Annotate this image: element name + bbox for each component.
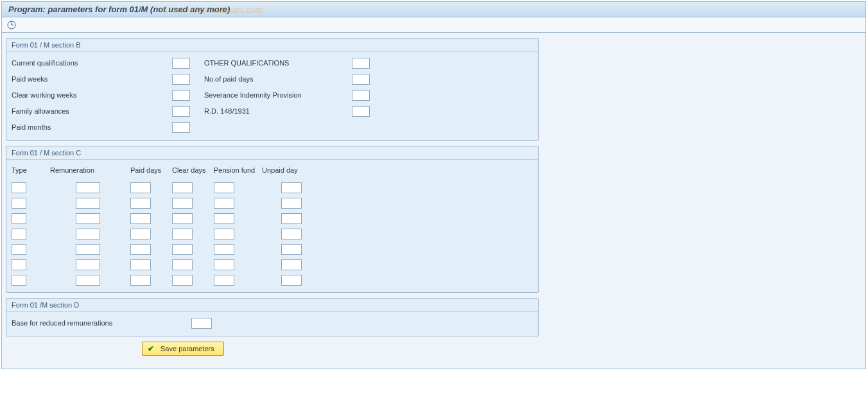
input-c-unpaid-day[interactable]	[281, 259, 302, 270]
input-c-paid-days[interactable]	[130, 182, 151, 193]
header-clear-days: Clear days	[172, 166, 214, 174]
label-paid-months: Paid months	[12, 123, 172, 131]
input-c-clear-days[interactable]	[172, 213, 193, 224]
input-c-type[interactable]	[12, 213, 26, 224]
input-c-clear-days[interactable]	[172, 229, 193, 239]
app-window: Program: parameters for form 01/M (not u…	[1, 1, 866, 369]
save-parameters-button[interactable]: ✔ Save parameters	[142, 342, 224, 356]
section-c-row	[12, 227, 533, 241]
input-c-remuneration[interactable]	[76, 198, 100, 209]
group-body-section-c: Type Remuneration Paid days Clear days P…	[6, 160, 538, 292]
group-section-c: Form 01 / M section C Type Remuneration …	[6, 146, 539, 293]
input-c-remuneration[interactable]	[76, 229, 100, 239]
group-section-b: Form 01 / M section B Current qualificat…	[6, 38, 539, 141]
input-severance-indemnity[interactable]	[352, 90, 370, 101]
label-other-qualifications: OTHER QUALIFICATIONS	[204, 59, 352, 67]
input-c-unpaid-day[interactable]	[281, 198, 302, 209]
input-c-clear-days[interactable]	[172, 182, 193, 193]
input-c-pension-fund[interactable]	[214, 213, 234, 224]
group-title-section-b: Form 01 / M section B	[6, 39, 538, 52]
input-c-paid-days[interactable]	[130, 213, 151, 224]
input-c-unpaid-day[interactable]	[281, 182, 302, 193]
section-b-row: Clear working weeks Severance Indemnity …	[12, 88, 533, 102]
input-c-clear-days[interactable]	[172, 275, 193, 286]
input-paid-days[interactable]	[352, 74, 370, 85]
input-c-pension-fund[interactable]	[214, 182, 234, 193]
input-c-pension-fund[interactable]	[214, 198, 234, 209]
header-pension-fund: Pension fund	[214, 166, 262, 174]
input-c-paid-days[interactable]	[130, 198, 151, 209]
input-c-pension-fund[interactable]	[214, 259, 234, 270]
input-c-remuneration[interactable]	[76, 213, 100, 224]
input-c-remuneration[interactable]	[76, 275, 100, 286]
label-paid-weeks: Paid weeks	[12, 75, 172, 83]
header-unpaid-day: Unpaid day	[262, 166, 307, 174]
input-family-allowances[interactable]	[172, 106, 190, 117]
label-family-allowances: Family allowances	[12, 107, 172, 115]
section-c-row	[12, 211, 533, 225]
input-c-unpaid-day[interactable]	[281, 244, 302, 255]
label-severance-indemnity: Severance Indemnity Provision	[204, 91, 352, 99]
input-paid-months[interactable]	[172, 122, 190, 133]
section-c-header: Type Remuneration Paid days Clear days P…	[12, 164, 533, 177]
input-c-remuneration[interactable]	[76, 259, 100, 270]
group-title-section-c: Form 01 / M section C	[6, 146, 538, 160]
input-current-qualifications[interactable]	[172, 58, 190, 69]
input-c-type[interactable]	[12, 182, 26, 193]
input-c-unpaid-day[interactable]	[281, 229, 302, 239]
input-c-paid-days[interactable]	[130, 244, 151, 255]
input-c-type[interactable]	[12, 198, 26, 209]
action-row: ✔ Save parameters	[142, 342, 862, 356]
input-base-reduced-remunerations[interactable]	[191, 318, 212, 329]
content-area: Form 01 / M section B Current qualificat…	[2, 33, 865, 369]
input-c-clear-days[interactable]	[172, 259, 193, 270]
input-c-clear-days[interactable]	[172, 198, 193, 209]
section-c-row	[12, 196, 533, 210]
input-c-paid-days[interactable]	[130, 275, 151, 286]
input-c-paid-days[interactable]	[130, 259, 151, 270]
input-c-pension-fund[interactable]	[214, 275, 234, 286]
section-b-row: Family allowances R.D. 148/1931	[12, 104, 533, 118]
input-c-pension-fund[interactable]	[214, 229, 234, 239]
label-clear-working-weeks: Clear working weeks	[12, 91, 172, 99]
input-c-clear-days[interactable]	[172, 244, 193, 255]
group-body-section-d: Base for reduced remunerations	[6, 312, 538, 336]
save-parameters-label: Save parameters	[161, 345, 214, 352]
section-c-row	[12, 180, 533, 195]
execute-icon[interactable]	[6, 19, 17, 31]
toolbar	[2, 17, 865, 33]
group-body-section-b: Current qualifications OTHER QUALIFICATI…	[6, 52, 538, 140]
section-c-rows	[12, 180, 533, 287]
input-other-qualifications[interactable]	[352, 58, 370, 69]
group-section-d: Form 01 /M section D Base for reduced re…	[6, 298, 539, 336]
section-c-row	[12, 273, 533, 287]
input-c-pension-fund[interactable]	[214, 244, 234, 255]
watermark: © www.tutorialkart.com	[162, 4, 264, 15]
input-c-type[interactable]	[12, 244, 26, 255]
input-c-remuneration[interactable]	[76, 244, 100, 255]
label-current-qualifications: Current qualifications	[12, 59, 172, 67]
input-c-unpaid-day[interactable]	[281, 275, 302, 286]
input-clear-working-weeks[interactable]	[172, 90, 190, 101]
section-d-row: Base for reduced remunerations	[12, 316, 533, 330]
input-c-unpaid-day[interactable]	[281, 213, 302, 224]
input-paid-weeks[interactable]	[172, 74, 190, 85]
input-c-type[interactable]	[12, 259, 26, 270]
section-c-row	[12, 257, 533, 272]
label-paid-days: No.of paid days	[204, 75, 352, 83]
header-remuneration: Remuneration	[50, 166, 117, 174]
header-type: Type	[12, 166, 50, 174]
label-base-reduced-remunerations: Base for reduced remunerations	[12, 319, 191, 327]
section-b-row: Paid months	[12, 120, 533, 134]
label-rd-148-1931: R.D. 148/1931	[204, 107, 352, 115]
section-b-row: Current qualifications OTHER QUALIFICATI…	[12, 56, 533, 70]
input-c-paid-days[interactable]	[130, 229, 151, 239]
input-c-type[interactable]	[12, 275, 26, 286]
header-paid-days: Paid days	[130, 166, 172, 174]
input-c-remuneration[interactable]	[76, 182, 100, 193]
input-c-type[interactable]	[12, 229, 26, 239]
section-b-row: Paid weeks No.of paid days	[12, 72, 533, 86]
input-rd-148-1931[interactable]	[352, 106, 370, 117]
check-icon: ✔	[148, 344, 154, 353]
group-title-section-d: Form 01 /M section D	[6, 299, 538, 312]
